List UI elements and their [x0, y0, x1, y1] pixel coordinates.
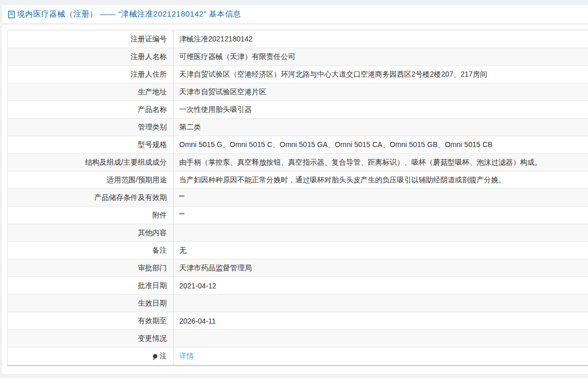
- row-label-text: 备注: [152, 246, 167, 255]
- document-icon: [8, 10, 15, 19]
- row-value: 第二类: [174, 119, 588, 136]
- row-value-text: 一次性使用胎头吸引器: [179, 105, 252, 114]
- row-value: "": [174, 207, 588, 224]
- row-label-text: 型号规格: [138, 140, 167, 150]
- table-row: 注册人住所天津自贸试验区（空港经济区）环河北路与中心大道交口空港商务园西区2号楼…: [8, 66, 588, 83]
- device-info-table: 注册证编号津械注准20212180142注册人名称可维医疗器械（天津）有限责任公…: [7, 30, 588, 366]
- row-label-text: 变更情况: [138, 334, 167, 343]
- row-value: 当产妇因种种原因不能正常分娩时，通过吸杯对胎头头皮产生的负压吸引以辅助经阴道或剖…: [174, 171, 588, 188]
- row-label: 变更情况: [8, 330, 174, 347]
- row-value-text: 无: [179, 246, 187, 255]
- row-label: 审批部门: [8, 259, 174, 277]
- table-row: 注册证编号津械注准20212180142: [8, 31, 588, 48]
- row-value: 津械注准20212180142: [174, 31, 588, 48]
- row-value-text: 由手柄（掌控泵、真空释放按钮、真空指示器、复合导管、距离标识）、吸杯（蘑菇型吸杯…: [179, 158, 542, 167]
- row-label: 结构及组成/主要组成成分: [8, 154, 174, 171]
- row-value: "": [174, 189, 588, 206]
- row-value: [174, 330, 588, 347]
- row-label: 注册证编号: [8, 31, 174, 48]
- row-value-text: "": [179, 194, 184, 202]
- table-row: 型号规格Omni 5015 G、Omni 5015 C、Omni 5015 GA…: [8, 136, 588, 154]
- content-panel: 注册证编号津械注准20212180142注册人名称可维医疗器械（天津）有限责任公…: [2, 25, 588, 374]
- row-label: 管理类别: [8, 119, 174, 136]
- table-row: 批准日期2021-04-12: [8, 277, 588, 295]
- row-value: [174, 295, 588, 312]
- table-row: 产品名称一次性使用胎头吸引器: [8, 101, 588, 119]
- row-label-text: 注册人名称: [131, 52, 167, 62]
- row-label: 注册人名称: [8, 48, 174, 65]
- details-link[interactable]: 详情: [179, 352, 194, 361]
- row-label: 产品名称: [8, 101, 174, 118]
- row-value: 无: [174, 242, 588, 259]
- row-label-text: 审批部门: [138, 264, 167, 273]
- row-label-text: 有效期至: [138, 316, 167, 326]
- row-label-text: 批准日期: [138, 281, 167, 290]
- row-label-text: 适用范围/预期用途: [107, 176, 167, 185]
- row-label-text: 注: [160, 352, 167, 361]
- row-label: 生效日期: [8, 295, 174, 312]
- row-label-text: 管理类别: [138, 123, 167, 132]
- table-row: 变更情况: [8, 330, 588, 347]
- table-row: 有效期至2026-04-11: [8, 312, 588, 330]
- table-row: 审批部门天津市药品监督管理局: [8, 259, 588, 277]
- row-label: 有效期至: [8, 312, 174, 329]
- table-row: 注详情: [8, 347, 588, 365]
- table-row: 生产地址天津市自贸试验区空港片区: [8, 83, 588, 101]
- row-value: 由手柄（掌控泵、真空释放按钮、真空指示器、复合导管、距离标识）、吸杯（蘑菇型吸杯…: [174, 154, 588, 171]
- row-label: 适用范围/预期用途: [8, 171, 174, 188]
- table-row: 其他内容: [8, 224, 588, 242]
- row-label: 产品储存条件及有效期: [8, 189, 174, 206]
- row-label: 附件: [8, 207, 174, 224]
- row-label: 生产地址: [8, 83, 174, 100]
- row-value: 2026-04-11: [174, 312, 588, 329]
- row-value-text: 天津自贸试验区（空港经济区）环河北路与中心大道交口空港商务园西区2号楼2楼207…: [179, 70, 487, 79]
- table-row: 管理类别第二类: [8, 119, 588, 136]
- row-value: 天津市药品监督管理局: [174, 259, 588, 277]
- row-label: 备注: [8, 242, 174, 259]
- row-value-text: 可维医疗器械（天津）有限责任公司: [179, 52, 295, 62]
- row-label: 批准日期: [8, 277, 174, 294]
- row-label-text: 其他内容: [138, 228, 167, 238]
- table-row: 生效日期: [8, 295, 588, 312]
- row-value-text: 天津市药品监督管理局: [179, 264, 252, 273]
- row-value-text: 2026-04-11: [179, 317, 216, 325]
- row-value-text: 当产妇因种种原因不能正常分娩时，通过吸杯对胎头头皮产生的负压吸引以辅助经阴道或剖…: [179, 176, 506, 185]
- row-value: 2021-04-12: [174, 277, 588, 294]
- table-row: 注册人名称可维医疗器械（天津）有限责任公司: [8, 48, 588, 66]
- row-value: 详情: [174, 347, 588, 365]
- row-label-text: 生产地址: [138, 88, 167, 97]
- table-row: 产品储存条件及有效期"": [8, 189, 588, 207]
- row-label-text: 产品名称: [138, 105, 167, 114]
- row-value-text: 天津市自贸试验区空港片区: [179, 88, 266, 97]
- row-label: 注: [8, 347, 174, 365]
- row-value: [174, 224, 588, 241]
- row-value-text: 2021-04-12: [179, 282, 217, 290]
- row-label-text: 注册证编号: [131, 35, 167, 44]
- row-value: Omni 5015 G、Omni 5015 C、Omni 5015 GA、Omn…: [174, 136, 588, 153]
- table-row: 结构及组成/主要组成成分由手柄（掌控泵、真空释放按钮、真空指示器、复合导管、距离…: [8, 154, 588, 171]
- row-value-text: Omni 5015 G、Omni 5015 C、Omni 5015 GA、Omn…: [179, 140, 493, 150]
- row-value: 天津市自贸试验区空港片区: [174, 83, 588, 100]
- row-label: 其他内容: [8, 224, 174, 241]
- row-value: 可维医疗器械（天津）有限责任公司: [174, 48, 588, 65]
- table-row: 适用范围/预期用途当产妇因种种原因不能正常分娩时，通过吸杯对胎头头皮产生的负压吸…: [8, 171, 588, 189]
- row-label-text: 产品储存条件及有效期: [94, 193, 167, 202]
- row-value-text: 津械注准20212180142: [179, 35, 253, 44]
- page-header: 境内医疗器械（注册） —— “津械注准20212180142” 基本信息: [2, 5, 588, 23]
- row-value: 一次性使用胎头吸引器: [174, 101, 588, 118]
- row-label: 型号规格: [8, 136, 174, 153]
- row-label-text: 注册人住所: [131, 70, 167, 79]
- row-label-text: 附件: [152, 211, 167, 220]
- row-label-text: 结构及组成/主要组成成分: [85, 158, 167, 167]
- row-value: 天津自贸试验区（空港经济区）环河北路与中心大道交口空港商务园西区2号楼2楼207…: [174, 66, 588, 83]
- page-title: 境内医疗器械（注册） —— “津械注准20212180142” 基本信息: [17, 9, 241, 19]
- bulb-icon: [152, 354, 158, 360]
- table-row: 备注无: [8, 242, 588, 259]
- row-label: 注册人住所: [8, 66, 174, 83]
- row-label-text: 生效日期: [138, 299, 167, 308]
- table-row: 附件"": [8, 207, 588, 224]
- row-value-text: "": [179, 211, 184, 220]
- row-value-text: 第二类: [179, 123, 201, 132]
